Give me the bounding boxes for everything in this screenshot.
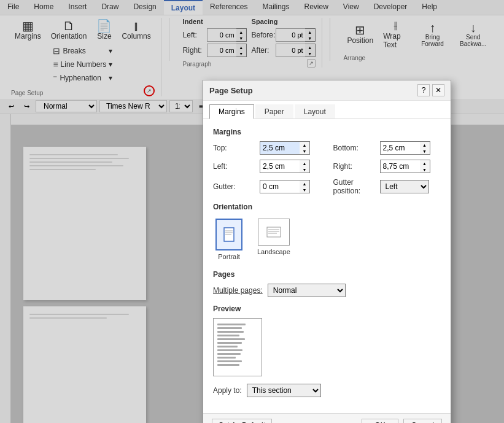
dialog-titlebar: Page Setup ? ✕ [203, 80, 451, 101]
preview-line-10 [217, 357, 236, 359]
landscape-svg [266, 226, 282, 238]
dialog-tab-layout[interactable]: Layout [295, 104, 335, 118]
gutter-pos-select[interactable]: Left Top [380, 180, 429, 193]
gutter-spinners: ▲ ▼ [300, 180, 310, 193]
top-spin-down[interactable]: ▼ [300, 148, 309, 154]
dialog-title: Page Setup [209, 86, 253, 95]
right-field: Right: ▲ ▼ [333, 160, 441, 173]
landscape-button[interactable]: Landscape [255, 216, 293, 263]
gutter-spin-down[interactable]: ▼ [300, 187, 309, 193]
dialog-body: Margins Top: ▲ ▼ Bottom: ▲ [203, 119, 451, 413]
apply-select[interactable]: This section Whole document [247, 384, 321, 397]
pages-section: Pages Multiple pages: Normal Mirror marg… [213, 270, 441, 297]
left-spin: ▲ ▼ [260, 160, 310, 173]
footer-right: OK Cancel [362, 419, 442, 423]
dialog-controls: ? ✕ [417, 84, 444, 96]
preview-box [213, 318, 262, 376]
preview-line-5 [217, 338, 245, 340]
margins-section-label: Margins [213, 128, 441, 136]
left-input[interactable] [260, 160, 300, 173]
dialog-tab-margins[interactable]: Margins [209, 104, 254, 119]
multiple-pages-row: Multiple pages: Normal Mirror margins 2 … [213, 284, 441, 297]
cancel-button[interactable]: Cancel [403, 419, 442, 423]
portrait-svg [223, 227, 235, 243]
top-label: Top: [213, 144, 256, 152]
top-spin: ▲ ▼ [260, 141, 310, 155]
bottom-spin-up[interactable]: ▲ [420, 142, 430, 148]
preview-lines [214, 319, 262, 371]
left-spin-down[interactable]: ▼ [300, 166, 309, 173]
preview-line-1 [217, 324, 246, 325]
gutter-label: Gutter: [213, 182, 256, 191]
portrait-label: Portrait [218, 253, 239, 260]
apply-row: Apply to: This section Whole document [213, 384, 441, 397]
multiple-pages-select[interactable]: Normal Mirror margins 2 pages per sheet … [268, 284, 346, 297]
right-spin-down[interactable]: ▼ [420, 166, 430, 173]
dialog-footer: Set As Default OK Cancel [203, 413, 451, 423]
bottom-spinners: ▲ ▼ [420, 141, 430, 155]
bottom-label: Bottom: [333, 144, 376, 152]
gutter-spin: ▲ ▼ [260, 180, 310, 193]
preview-label: Preview [213, 305, 441, 313]
landscape-label: Landscape [257, 248, 290, 255]
preview-line-6 [217, 342, 242, 344]
right-spinners: ▲ ▼ [420, 160, 430, 173]
top-input[interactable] [260, 141, 300, 155]
apply-label: Apply to: [213, 386, 242, 395]
multiple-pages-label: Multiple pages: [213, 286, 263, 295]
orientation-label: Orientation [213, 203, 441, 211]
right-label: Right: [333, 162, 376, 171]
top-spinners: ▲ ▼ [300, 141, 310, 155]
bottom-input[interactable] [380, 141, 420, 155]
portrait-icon [215, 219, 242, 250]
dialog-help-button[interactable]: ? [417, 84, 430, 96]
preview-line-2 [217, 327, 242, 329]
svg-rect-4 [267, 227, 281, 237]
left-spin-up[interactable]: ▲ [300, 160, 309, 166]
preview-line-7 [217, 346, 238, 347]
preview-section: Preview [213, 305, 441, 376]
preview-line-4 [217, 335, 239, 336]
dialog-tab-paper[interactable]: Paper [255, 104, 293, 118]
set-default-button[interactable]: Set As Default [212, 419, 272, 423]
gutter-input[interactable] [260, 180, 300, 193]
footer-left: Set As Default [212, 419, 272, 423]
dialog-close-button[interactable]: ✕ [432, 84, 444, 96]
bottom-field: Bottom: ▲ ▼ [333, 141, 441, 155]
margins-grid: Top: ▲ ▼ Bottom: ▲ ▼ [213, 141, 441, 195]
preview-line-3 [217, 331, 244, 333]
orientation-buttons: Portrait Landscape [213, 216, 441, 263]
preview-line-11 [217, 360, 242, 362]
gutter-field: Gutter: ▲ ▼ [213, 178, 321, 195]
left-spinners: ▲ ▼ [300, 160, 310, 173]
bottom-spin-down[interactable]: ▼ [420, 148, 430, 154]
page-setup-dialog: Page Setup ? ✕ Margins Paper Layout Marg… [203, 80, 451, 423]
left-label: Left: [213, 162, 256, 171]
ok-button[interactable]: OK [362, 419, 398, 423]
top-field: Top: ▲ ▼ [213, 141, 321, 155]
gutter-pos-label: Gutter position: [333, 178, 376, 195]
pages-section-label: Pages [213, 270, 441, 279]
preview-line-9 [217, 353, 241, 355]
left-field: Left: ▲ ▼ [213, 160, 321, 173]
dialog-tabs: Margins Paper Layout [203, 104, 451, 119]
preview-line-8 [217, 349, 242, 351]
right-spin-up[interactable]: ▲ [420, 160, 430, 166]
portrait-button[interactable]: Portrait [213, 216, 245, 263]
bottom-spin: ▲ ▼ [380, 141, 430, 155]
landscape-icon [258, 219, 290, 246]
orientation-section: Orientation Portrait [213, 203, 441, 263]
gutter-pos-field: Gutter position: Left Top [333, 178, 441, 195]
right-input[interactable] [380, 160, 420, 173]
preview-line-12 [217, 364, 239, 366]
right-spin: ▲ ▼ [380, 160, 430, 173]
top-spin-up[interactable]: ▲ [300, 142, 309, 148]
gutter-spin-up[interactable]: ▲ [300, 180, 309, 187]
